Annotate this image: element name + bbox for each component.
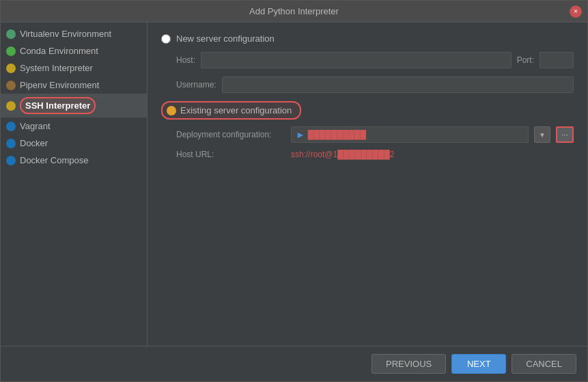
cancel-button[interactable]: CANCEL [512, 354, 576, 374]
docker-compose-icon [6, 156, 16, 165]
sidebar-item-system[interactable]: System Interpreter [1, 59, 147, 77]
host-url-value: ssh://root@1█████████2 [291, 150, 394, 159]
existing-server-label: Existing server configuration [180, 105, 292, 115]
sidebar-item-docker-compose[interactable]: Docker Compose [1, 152, 147, 169]
existing-server-radio-dot [167, 106, 176, 115]
sidebar-item-label: Pipenv Environment [20, 80, 99, 90]
sidebar-item-vagrant[interactable]: Vagrant [1, 118, 147, 135]
new-server-label: New server configuration [176, 33, 275, 44]
sidebar-item-label: Docker [20, 138, 48, 148]
sidebar-item-virtualenv[interactable]: Virtualenv Environment [1, 25, 147, 42]
dialog-title: Add Python Interpreter [249, 6, 339, 16]
new-server-radio[interactable] [161, 34, 171, 44]
title-bar: Add Python Interpreter × [1, 1, 587, 23]
new-server-row: New server configuration [161, 33, 574, 44]
deployment-ellipsis-button[interactable]: ··· [556, 126, 574, 143]
host-port-row: Host: Port: 22 [176, 52, 574, 68]
add-python-interpreter-dialog: Add Python Interpreter × Virtualenv Envi… [0, 0, 588, 382]
deployment-input-wrapper: ► ██████████ [291, 126, 529, 143]
deployment-arrow-icon: ► [296, 129, 305, 140]
vagrant-icon [6, 122, 16, 131]
sidebar-item-label: Virtualenv Environment [20, 29, 111, 39]
existing-server-highlight: Existing server configuration [161, 101, 301, 120]
conda-icon [6, 46, 16, 56]
previous-button[interactable]: PREVIOUS [372, 354, 446, 374]
sidebar-item-conda[interactable]: Conda Environment [1, 42, 147, 59]
sidebar-item-pipenv[interactable]: Pipenv Environment [1, 77, 147, 94]
deployment-dropdown-button[interactable]: ▼ [534, 126, 550, 143]
host-url-label: Host URL: [176, 150, 285, 159]
deployment-label: Deployment configuration: [176, 130, 285, 139]
next-button[interactable]: NEXT [451, 354, 506, 374]
sidebar-item-label: System Interpreter [20, 63, 93, 73]
deployment-row: Deployment configuration: ► ██████████ ▼… [176, 126, 574, 143]
host-url-row: Host URL: ssh://root@1█████████2 [176, 150, 574, 159]
system-icon [6, 64, 16, 73]
virtualenv-icon [6, 29, 16, 39]
existing-server-row: Existing server configuration [161, 101, 574, 120]
host-label: Host: [176, 55, 195, 65]
sidebar-item-label: Conda Environment [20, 46, 98, 56]
dialog-body: Virtualenv Environment Conda Environment… [1, 23, 587, 346]
username-input[interactable] [222, 77, 574, 93]
existing-server-section: Existing server configuration Deployment… [161, 101, 574, 159]
main-content: New server configuration Host: Port: 22 … [148, 23, 587, 346]
host-input[interactable] [201, 52, 512, 68]
sidebar-item-label: Docker Compose [20, 155, 88, 165]
port-input[interactable]: 22 [540, 52, 574, 68]
sidebar: Virtualenv Environment Conda Environment… [1, 23, 148, 346]
pipenv-icon [6, 81, 16, 90]
sidebar-item-label: Vagrant [20, 121, 51, 131]
dialog-footer: PREVIOUS NEXT CANCEL [1, 346, 587, 381]
sidebar-item-docker[interactable]: Docker [1, 135, 147, 152]
sidebar-item-ssh[interactable]: SSH Interpreter [1, 94, 147, 118]
close-button[interactable]: × [570, 5, 582, 18]
docker-icon [6, 139, 16, 148]
username-row: Username: [176, 77, 574, 93]
port-label: Port: [517, 55, 534, 65]
username-label: Username: [176, 80, 216, 90]
deployment-value: ██████████ [308, 130, 524, 139]
ssh-icon [6, 101, 16, 111]
sidebar-item-label: SSH Interpreter [20, 97, 96, 114]
